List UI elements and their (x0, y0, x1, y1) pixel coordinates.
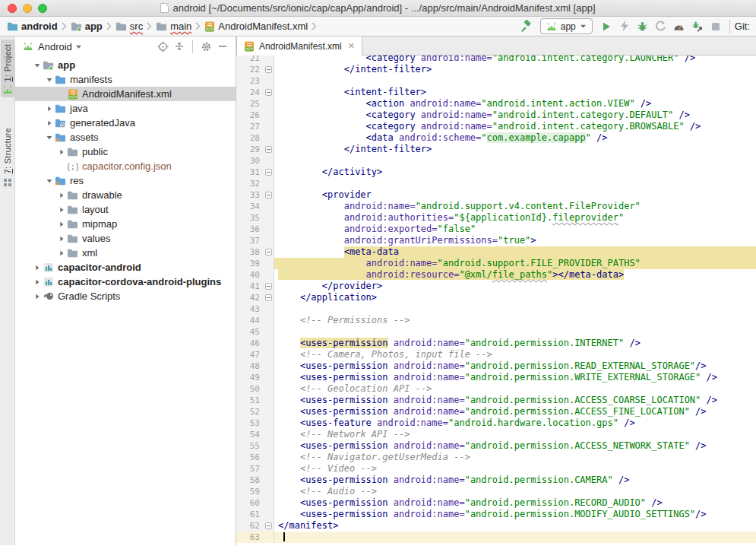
code-line-33[interactable]: 33 <provider (236, 189, 756, 201)
code-line-29[interactable]: 29 </intent-filter> (236, 144, 756, 155)
fold-marker-icon[interactable] (265, 522, 272, 529)
fold-marker-icon[interactable] (265, 169, 272, 176)
tree-item-capacitor-cordova-android-plugins[interactable]: capacitor-cordova-android-plugins (15, 275, 236, 289)
arrow-right-icon[interactable] (58, 249, 65, 257)
collapse-all-button[interactable] (171, 39, 188, 54)
code-line-35[interactable]: 35 android:authorities="${applicationId}… (236, 212, 756, 224)
editor-tab-androidmanifest[interactable]: </> AndroidManifest.xml ✕ (236, 37, 362, 56)
tree-item-androidmanifest-xml[interactable]: </>AndroidManifest.xml (15, 87, 236, 101)
code-line-54[interactable]: 54 <!-- Network API --> (236, 429, 756, 440)
code-line-63[interactable]: 63 (236, 532, 756, 543)
code-line-44[interactable]: 44 <!-- Permissions --> (236, 315, 756, 326)
apply-changes-button[interactable] (615, 18, 634, 35)
fold-marker-icon[interactable] (265, 89, 272, 96)
chevron-down-icon[interactable] (75, 44, 82, 49)
arrow-right-icon[interactable] (58, 148, 65, 156)
code-line-62[interactable]: 62</manifest> (236, 520, 756, 532)
arrow-right-icon[interactable] (58, 235, 65, 243)
build-button[interactable] (517, 18, 536, 35)
breadcrumb-item-app[interactable]: app (68, 20, 105, 33)
stop-button[interactable] (707, 18, 725, 35)
breadcrumb-item-src[interactable]: src (113, 20, 145, 33)
code-line-50[interactable]: 50 <!-- Geolocation API --> (236, 383, 756, 395)
tree-item-manifests[interactable]: manifests (15, 72, 236, 87)
run-button[interactable] (597, 18, 615, 35)
code-line-22[interactable]: 22 </intent-filter> (236, 64, 756, 75)
code-line-47[interactable]: 47 <!-- Camera, Photos, input file --> (236, 349, 756, 360)
hide-panel-button[interactable] (214, 39, 231, 54)
arrow-down-icon[interactable] (46, 177, 53, 185)
close-tab-icon[interactable]: ✕ (348, 41, 355, 51)
code-line-25[interactable]: 25 <action android:name="android.intent.… (236, 98, 756, 110)
code-line-41[interactable]: 41 </provider> (236, 281, 756, 292)
tree-item-assets[interactable]: assets (15, 130, 236, 144)
tree-item-java[interactable]: java (15, 101, 236, 116)
code-line-31[interactable]: 31 </activity> (236, 167, 756, 178)
structure-tool-window-tab[interactable]: 7: Structure (2, 123, 14, 189)
arrow-down-icon[interactable] (46, 134, 53, 141)
arrow-right-icon[interactable] (58, 192, 65, 199)
code-line-26[interactable]: 26 <category android:name="android.inten… (236, 110, 756, 121)
code-line-38[interactable]: 38 <meta-data (236, 246, 756, 258)
code-line-32[interactable]: 32 (236, 178, 756, 189)
code-line-58[interactable]: 58 <uses-permission android:name="androi… (236, 475, 756, 486)
code-line-59[interactable]: 59 <!-- Audio --> (236, 486, 756, 497)
tree-item-public[interactable]: public (15, 144, 236, 159)
arrow-right-icon[interactable] (46, 119, 53, 127)
arrow-right-icon[interactable] (46, 105, 53, 113)
fold-marker-icon[interactable] (265, 66, 272, 73)
settings-button[interactable] (198, 39, 214, 54)
tree-item-gradle-scripts[interactable]: Gradle Scripts (15, 289, 236, 303)
tree-item-capacitor-config-json[interactable]: {;}capacitor.config.json (15, 159, 236, 173)
tree-item-app[interactable]: app (15, 58, 236, 72)
code-line-48[interactable]: 48 <uses-permission android:name="androi… (236, 360, 756, 372)
code-line-53[interactable]: 53 <uses-feature android:name="android.h… (236, 417, 756, 429)
tree-item-mipmap[interactable]: mipmap (15, 217, 236, 231)
arrow-right-icon[interactable] (33, 293, 41, 300)
code-line-55[interactable]: 55 <uses-permission android:name="androi… (236, 440, 756, 452)
breadcrumb-item-android[interactable]: android (5, 20, 60, 33)
code-line-42[interactable]: 42 </application> (236, 292, 756, 303)
code-line-39[interactable]: 39 android:name="android.support.FILE_PR… (236, 258, 756, 269)
code-line-28[interactable]: 28 <data android:scheme="com.example.cap… (236, 132, 756, 144)
code-line-57[interactable]: 57 <!-- Video --> (236, 463, 756, 475)
code-line-21[interactable]: 21 <category android:name="android.inten… (236, 56, 756, 64)
tree-item-values[interactable]: values (15, 231, 236, 246)
arrow-right-icon[interactable] (33, 264, 41, 271)
code-line-60[interactable]: 60 <uses-permission android:name="androi… (236, 497, 756, 509)
fold-marker-icon[interactable] (265, 146, 272, 153)
code-line-36[interactable]: 36 android:exported="false" (236, 224, 756, 235)
run-config-select[interactable]: app (540, 18, 593, 34)
code-line-23[interactable]: 23 (236, 75, 756, 87)
code-line-61[interactable]: 61 <uses-permission android:name="androi… (236, 509, 756, 520)
fold-marker-icon[interactable] (265, 294, 272, 301)
profiler-button[interactable] (670, 18, 688, 35)
apply-code-changes-button[interactable] (652, 18, 670, 35)
code-line-37[interactable]: 37 android:grantUriPermissions="true"> (236, 235, 756, 246)
breadcrumb-item-androidmanifest-xml[interactable]: </>AndroidManifest.xml (202, 20, 310, 33)
fold-marker-icon[interactable] (265, 249, 272, 256)
tree-item-xml[interactable]: xml (15, 246, 236, 260)
arrow-down-icon[interactable] (46, 76, 53, 84)
arrow-down-icon[interactable] (33, 62, 41, 69)
code-line-27[interactable]: 27 <category android:name="android.inten… (236, 121, 756, 132)
code-line-30[interactable]: 30 (236, 155, 756, 167)
project-view-selector[interactable]: Android (38, 41, 72, 52)
project-tool-window-tab[interactable]: 1: Project (1, 40, 14, 97)
tree-item-capacitor-android[interactable]: capacitor-android (15, 260, 236, 275)
code-line-34[interactable]: 34 android:name="android.support.v4.cont… (236, 201, 756, 212)
code-line-43[interactable]: 43 (236, 303, 756, 315)
code-line-52[interactable]: 52 <uses-permission android:name="androi… (236, 406, 756, 417)
code-line-56[interactable]: 56 <!-- Navigator.getUserMedia --> (236, 452, 756, 463)
code-editor[interactable]: 21 <category android:name="android.inten… (236, 56, 756, 545)
arrow-right-icon[interactable] (33, 278, 41, 286)
attach-profiler-button[interactable] (688, 18, 707, 35)
tree-item-layout[interactable]: layout (15, 202, 236, 217)
arrow-right-icon[interactable] (58, 221, 65, 228)
code-line-46[interactable]: 46 <uses-permission android:name="androi… (236, 338, 756, 349)
debug-button[interactable] (634, 18, 652, 35)
code-line-40[interactable]: 40 android:resource="@xml/file_paths"></… (236, 269, 756, 281)
code-line-24[interactable]: 24 <intent-filter> (236, 87, 756, 98)
code-line-45[interactable]: 45 (236, 326, 756, 338)
code-line-51[interactable]: 51 <uses-permission android:name="androi… (236, 395, 756, 406)
